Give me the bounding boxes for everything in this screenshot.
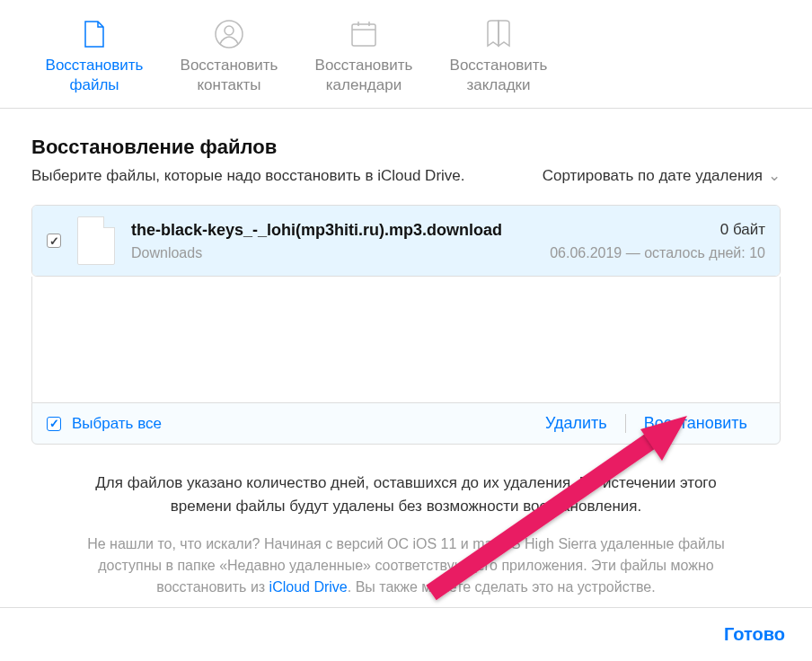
tab-label: Восстановитькалендари xyxy=(315,56,413,95)
file-type-icon xyxy=(77,216,115,265)
content-area: Восстановление файлов Выберите файлы, ко… xyxy=(0,109,812,598)
file-icon xyxy=(78,18,110,50)
file-expiry: 06.06.2019 — осталось дней: 10 xyxy=(550,245,765,261)
sort-label: Сортировать по дате удаления xyxy=(543,167,763,185)
actions-bar: Выбрать все Удалить Восстановить xyxy=(31,402,781,445)
select-all-label: Выбрать все xyxy=(72,415,162,433)
action-buttons: Удалить Восстановить xyxy=(527,414,765,433)
icloud-drive-link[interactable]: iCloud Drive xyxy=(269,579,348,595)
delete-button[interactable]: Удалить xyxy=(527,414,625,433)
done-button[interactable]: Готово xyxy=(724,624,785,644)
tab-label: Восстановитьконтакты xyxy=(181,56,278,95)
sort-dropdown[interactable]: Сортировать по дате удаления ⌄ xyxy=(543,166,781,185)
file-list: the-black-keys_-_lohi(mp3hiti.ru).mp3.do… xyxy=(31,205,781,277)
file-item[interactable]: the-black-keys_-_lohi(mp3hiti.ru).mp3.do… xyxy=(32,206,780,276)
svg-point-1 xyxy=(225,26,234,35)
page-title: Восстановление файлов xyxy=(31,136,781,159)
subtitle-row: Выберите файлы, которые надо восстановит… xyxy=(31,166,781,185)
restore-button[interactable]: Восстановить xyxy=(625,414,765,433)
file-name: the-black-keys_-_lohi(mp3hiti.ru).mp3.do… xyxy=(131,221,502,240)
svg-rect-2 xyxy=(352,24,375,46)
bookmark-icon xyxy=(482,18,515,50)
contact-icon xyxy=(213,18,245,50)
tab-label: Восстановитьзакладки xyxy=(450,56,548,95)
file-location: Downloads xyxy=(131,245,202,261)
select-all-checkbox[interactable] xyxy=(47,417,61,431)
file-size: 0 байт xyxy=(720,221,765,240)
tab-restore-bookmarks[interactable]: Восстановитьзакладки xyxy=(431,9,566,108)
file-info: the-black-keys_-_lohi(mp3hiti.ru).mp3.do… xyxy=(131,221,765,261)
chevron-down-icon: ⌄ xyxy=(768,166,781,185)
tab-label: Восстановитьфайлы xyxy=(46,56,144,95)
footer: Готово xyxy=(0,607,812,661)
subtitle: Выберите файлы, которые надо восстановит… xyxy=(31,167,465,185)
tab-restore-files[interactable]: Восстановитьфайлы xyxy=(27,9,162,108)
list-spacer xyxy=(31,277,781,402)
calendar-icon xyxy=(348,18,380,50)
select-all[interactable]: Выбрать все xyxy=(47,415,162,433)
file-checkbox[interactable] xyxy=(47,234,61,248)
tabs-bar: Восстановитьфайлы Восстановитьконтакты xyxy=(0,0,812,109)
info-secondary: Не нашли то, что искали? Начиная с верси… xyxy=(67,533,745,598)
tab-restore-calendars[interactable]: Восстановитькалендари xyxy=(296,9,431,108)
tab-restore-contacts[interactable]: Восстановитьконтакты xyxy=(162,9,296,108)
info-text: Для файлов указано количество дней, оста… xyxy=(31,472,781,598)
info-primary: Для файлов указано количество дней, оста… xyxy=(67,472,745,517)
